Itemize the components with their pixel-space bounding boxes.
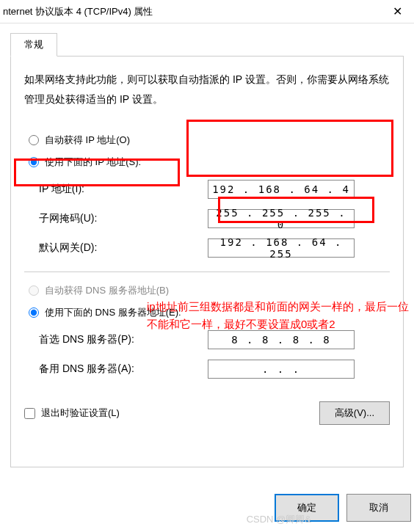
- ip-group: 自动获得 IP 地址(O) 使用下面的 IP 地址(S): IP 地址(I): …: [29, 129, 390, 263]
- radio-dns-auto-input: [29, 285, 39, 296]
- tab-bar: 常规: [10, 32, 404, 57]
- bottom-row: 退出时验证设置(L) 高级(V)...: [24, 398, 390, 428]
- ip-fields: IP 地址(I): 192 . 168 . 64 . 4 子网掩码(U): 25…: [39, 175, 390, 263]
- dialog-body: 常规 如果网络支持此功能，则可以获取自动指派的 IP 设置。否则，你需要从网络系…: [0, 23, 414, 467]
- radio-dns-manual[interactable]: 使用下面的 DNS 服务器地址(E):: [29, 302, 390, 324]
- window-title: nternet 协议版本 4 (TCP/IPv4) 属性: [3, 5, 153, 18]
- gateway-input[interactable]: 192 . 168 . 64 . 255: [208, 238, 355, 258]
- validate-checkbox[interactable]: [24, 408, 35, 419]
- titlebar: nternet 协议版本 4 (TCP/IPv4) 属性 ✕: [0, 0, 414, 23]
- primary-dns-label: 首选 DNS 服务器(P):: [39, 333, 200, 346]
- dialog-buttons: 确定 取消: [275, 494, 414, 522]
- radio-ip-manual-label: 使用下面的 IP 地址(S):: [45, 156, 141, 169]
- tab-content: 如果网络支持此功能，则可以获取自动指派的 IP 设置。否则，你需要从网络系统管理…: [10, 57, 404, 467]
- radio-ip-auto[interactable]: 自动获得 IP 地址(O): [29, 129, 390, 151]
- alt-dns-input[interactable]: . . .: [208, 360, 355, 379]
- advanced-button[interactable]: 高级(V)...: [319, 401, 390, 425]
- radio-ip-auto-input[interactable]: [29, 135, 39, 145]
- radio-ip-manual[interactable]: 使用下面的 IP 地址(S):: [29, 151, 390, 173]
- radio-ip-auto-label: 自动获得 IP 地址(O): [45, 134, 130, 147]
- primary-dns-input[interactable]: 8 . 8 . 8 . 8: [208, 330, 355, 349]
- gateway-label: 默认网关(D):: [39, 241, 200, 255]
- separator: [24, 272, 390, 272]
- close-icon[interactable]: ✕: [381, 0, 414, 23]
- subnet-mask-label: 子网掩码(U):: [39, 212, 200, 225]
- validate-label: 退出时验证设置(L): [41, 407, 120, 420]
- radio-dns-auto: 自动获得 DNS 服务器地址(B): [29, 280, 390, 302]
- tab-general[interactable]: 常规: [10, 33, 57, 57]
- ok-button[interactable]: 确定: [275, 494, 339, 522]
- validate-checkbox-row[interactable]: 退出时验证设置(L): [24, 407, 120, 420]
- radio-dns-manual-label: 使用下面的 DNS 服务器地址(E):: [45, 306, 181, 319]
- dns-group: 自动获得 DNS 服务器地址(B) 使用下面的 DNS 服务器地址(E): 首选…: [29, 280, 390, 384]
- cancel-button[interactable]: 取消: [346, 494, 411, 522]
- ip-address-label: IP 地址(I):: [39, 183, 200, 196]
- ip-address-input[interactable]: 192 . 168 . 64 . 4: [208, 180, 355, 199]
- radio-ip-manual-input[interactable]: [29, 157, 39, 167]
- description-text: 如果网络支持此功能，则可以获取自动指派的 IP 设置。否则，你需要从网络系统管理…: [24, 70, 390, 109]
- radio-dns-manual-input[interactable]: [29, 307, 39, 318]
- subnet-mask-input[interactable]: 255 . 255 . 255 . 0: [208, 209, 355, 228]
- alt-dns-label: 备用 DNS 服务器(A):: [39, 362, 200, 376]
- radio-dns-auto-label: 自动获得 DNS 服务器地址(B): [45, 284, 169, 297]
- dns-fields: 首选 DNS 服务器(P): 8 . 8 . 8 . 8 备用 DNS 服务器(…: [39, 325, 390, 384]
